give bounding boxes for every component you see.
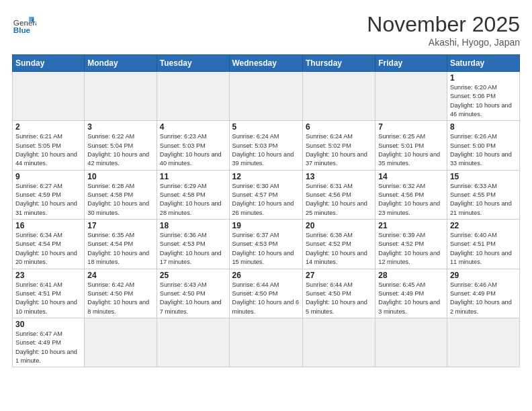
day-info: Sunrise: 6:22 AM Sunset: 5:04 PM Dayligh… <box>87 132 153 168</box>
day-number: 8 <box>450 122 517 132</box>
day-info: Sunrise: 6:40 AM Sunset: 4:51 PM Dayligh… <box>450 231 517 267</box>
day-info: Sunrise: 6:34 AM Sunset: 4:54 PM Dayligh… <box>15 231 81 267</box>
calendar-cell <box>85 72 157 121</box>
day-number: 25 <box>160 271 226 280</box>
calendar-cell <box>229 318 302 367</box>
calendar-cell: 10Sunrise: 6:28 AM Sunset: 4:58 PM Dayli… <box>85 170 157 219</box>
day-info: Sunrise: 6:27 AM Sunset: 4:59 PM Dayligh… <box>15 182 81 218</box>
day-number: 10 <box>87 172 153 181</box>
calendar-cell: 19Sunrise: 6:37 AM Sunset: 4:53 PM Dayli… <box>229 220 302 269</box>
calendar-cell: 28Sunrise: 6:45 AM Sunset: 4:49 PM Dayli… <box>375 269 447 318</box>
day-info: Sunrise: 6:25 AM Sunset: 5:01 PM Dayligh… <box>378 132 444 168</box>
day-number: 9 <box>15 172 81 181</box>
day-info: Sunrise: 6:20 AM Sunset: 5:06 PM Dayligh… <box>450 83 517 119</box>
day-number: 4 <box>160 122 226 132</box>
calendar-cell: 16Sunrise: 6:34 AM Sunset: 4:54 PM Dayli… <box>13 220 85 269</box>
calendar-cell <box>157 318 229 367</box>
day-number: 20 <box>306 221 372 230</box>
day-info: Sunrise: 6:24 AM Sunset: 5:02 PM Dayligh… <box>306 132 372 168</box>
day-number: 30 <box>15 320 81 329</box>
calendar-cell: 9Sunrise: 6:27 AM Sunset: 4:59 PM Daylig… <box>13 170 85 219</box>
day-info: Sunrise: 6:47 AM Sunset: 4:49 PM Dayligh… <box>15 330 81 365</box>
calendar-cell: 5Sunrise: 6:24 AM Sunset: 5:03 PM Daylig… <box>229 121 302 170</box>
col-monday: Monday <box>85 55 157 72</box>
day-number: 18 <box>160 221 226 230</box>
day-info: Sunrise: 6:36 AM Sunset: 4:53 PM Dayligh… <box>160 231 226 267</box>
calendar-cell: 30Sunrise: 6:47 AM Sunset: 4:49 PM Dayli… <box>13 318 85 367</box>
col-saturday: Saturday <box>447 55 519 72</box>
day-number: 6 <box>306 122 372 132</box>
day-number: 24 <box>87 271 153 280</box>
day-info: Sunrise: 6:32 AM Sunset: 4:56 PM Dayligh… <box>378 182 444 218</box>
day-info: Sunrise: 6:30 AM Sunset: 4:57 PM Dayligh… <box>232 182 300 218</box>
title-block: November 2025 Akashi, Hyogo, Japan <box>367 12 520 48</box>
col-friday: Friday <box>375 55 447 72</box>
calendar-week-row-4: 23Sunrise: 6:41 AM Sunset: 4:51 PM Dayli… <box>13 269 520 318</box>
location: Akashi, Hyogo, Japan <box>367 37 520 48</box>
day-info: Sunrise: 6:42 AM Sunset: 4:50 PM Dayligh… <box>87 281 153 316</box>
calendar-cell: 15Sunrise: 6:33 AM Sunset: 4:55 PM Dayli… <box>447 170 519 219</box>
day-info: Sunrise: 6:44 AM Sunset: 4:50 PM Dayligh… <box>306 281 372 316</box>
day-info: Sunrise: 6:24 AM Sunset: 5:03 PM Dayligh… <box>232 132 300 168</box>
page: General Blue November 2025 Akashi, Hyogo… <box>0 0 532 411</box>
col-sunday: Sunday <box>13 55 85 72</box>
col-thursday: Thursday <box>302 55 375 72</box>
calendar-cell <box>447 318 519 367</box>
day-info: Sunrise: 6:23 AM Sunset: 5:03 PM Dayligh… <box>160 132 226 168</box>
day-number: 3 <box>87 122 153 132</box>
calendar-cell: 4Sunrise: 6:23 AM Sunset: 5:03 PM Daylig… <box>157 121 229 170</box>
calendar-cell: 17Sunrise: 6:35 AM Sunset: 4:54 PM Dayli… <box>85 220 157 269</box>
calendar-cell <box>302 72 375 121</box>
day-info: Sunrise: 6:21 AM Sunset: 5:05 PM Dayligh… <box>15 132 81 168</box>
calendar-cell: 26Sunrise: 6:44 AM Sunset: 4:50 PM Dayli… <box>229 269 302 318</box>
day-info: Sunrise: 6:38 AM Sunset: 4:52 PM Dayligh… <box>306 231 372 267</box>
day-info: Sunrise: 6:31 AM Sunset: 4:56 PM Dayligh… <box>306 182 372 218</box>
day-number: 17 <box>87 221 153 230</box>
day-info: Sunrise: 6:41 AM Sunset: 4:51 PM Dayligh… <box>15 281 81 316</box>
calendar-cell: 21Sunrise: 6:39 AM Sunset: 4:52 PM Dayli… <box>375 220 447 269</box>
calendar-week-row-3: 16Sunrise: 6:34 AM Sunset: 4:54 PM Dayli… <box>13 220 520 269</box>
day-number: 16 <box>15 221 81 230</box>
calendar-cell: 18Sunrise: 6:36 AM Sunset: 4:53 PM Dayli… <box>157 220 229 269</box>
calendar-cell: 2Sunrise: 6:21 AM Sunset: 5:05 PM Daylig… <box>13 121 85 170</box>
day-number: 2 <box>15 122 81 132</box>
day-info: Sunrise: 6:29 AM Sunset: 4:58 PM Dayligh… <box>160 182 226 218</box>
calendar-cell <box>375 318 447 367</box>
calendar-cell <box>302 318 375 367</box>
day-info: Sunrise: 6:26 AM Sunset: 5:00 PM Dayligh… <box>450 132 517 168</box>
day-info: Sunrise: 6:35 AM Sunset: 4:54 PM Dayligh… <box>87 231 153 267</box>
calendar-cell: 23Sunrise: 6:41 AM Sunset: 4:51 PM Dayli… <box>13 269 85 318</box>
calendar-week-row-1: 2Sunrise: 6:21 AM Sunset: 5:05 PM Daylig… <box>13 121 520 170</box>
col-wednesday: Wednesday <box>229 55 302 72</box>
calendar-cell <box>13 72 85 121</box>
day-number: 1 <box>450 73 517 83</box>
day-info: Sunrise: 6:28 AM Sunset: 4:58 PM Dayligh… <box>87 182 153 218</box>
calendar-cell: 14Sunrise: 6:32 AM Sunset: 4:56 PM Dayli… <box>375 170 447 219</box>
calendar-cell <box>85 318 157 367</box>
col-tuesday: Tuesday <box>157 55 229 72</box>
day-info: Sunrise: 6:43 AM Sunset: 4:50 PM Dayligh… <box>160 281 226 316</box>
day-number: 5 <box>232 122 300 132</box>
month-title: November 2025 <box>367 12 520 37</box>
day-info: Sunrise: 6:33 AM Sunset: 4:55 PM Dayligh… <box>450 182 517 218</box>
calendar-cell: 20Sunrise: 6:38 AM Sunset: 4:52 PM Dayli… <box>302 220 375 269</box>
day-number: 19 <box>232 221 300 230</box>
day-number: 22 <box>450 221 517 230</box>
calendar-cell: 3Sunrise: 6:22 AM Sunset: 5:04 PM Daylig… <box>85 121 157 170</box>
svg-text:Blue: Blue <box>13 26 31 34</box>
calendar-cell: 24Sunrise: 6:42 AM Sunset: 4:50 PM Dayli… <box>85 269 157 318</box>
day-number: 27 <box>306 271 372 280</box>
day-number: 26 <box>232 271 300 280</box>
day-number: 11 <box>160 172 226 181</box>
calendar-cell <box>157 72 229 121</box>
calendar-week-row-2: 9Sunrise: 6:27 AM Sunset: 4:59 PM Daylig… <box>13 170 520 219</box>
calendar-week-row-5: 30Sunrise: 6:47 AM Sunset: 4:49 PM Dayli… <box>13 318 520 367</box>
day-info: Sunrise: 6:44 AM Sunset: 4:50 PM Dayligh… <box>232 281 300 316</box>
calendar-week-row-0: 1Sunrise: 6:20 AM Sunset: 5:06 PM Daylig… <box>13 72 520 121</box>
calendar-cell <box>229 72 302 121</box>
day-number: 7 <box>378 122 444 132</box>
day-info: Sunrise: 6:37 AM Sunset: 4:53 PM Dayligh… <box>232 231 300 267</box>
logo: General Blue <box>12 12 36 36</box>
calendar-cell: 12Sunrise: 6:30 AM Sunset: 4:57 PM Dayli… <box>229 170 302 219</box>
day-number: 21 <box>378 221 444 230</box>
